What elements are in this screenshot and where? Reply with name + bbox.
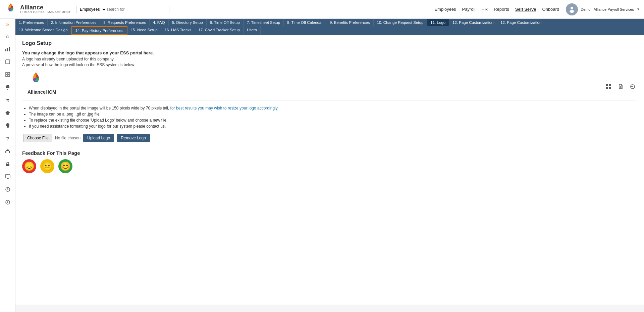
file-chosen-label: No file chosen [55, 136, 80, 140]
feedback-happy[interactable]: 😊 [58, 159, 72, 173]
tab-preferences[interactable]: 1. Preferences [15, 19, 48, 26]
chart-icon[interactable] [2, 44, 13, 54]
svg-point-6 [571, 7, 573, 9]
svg-rect-8 [5, 49, 6, 51]
feedback-neutral[interactable]: 😐 [40, 159, 54, 173]
tab-bar-row1: 1. Preferences 2. Information Preference… [15, 19, 644, 26]
instruction-1: When displayed in the portal the image w… [29, 106, 637, 110]
svg-rect-27 [609, 84, 611, 86]
logo-preview-icon [28, 71, 44, 88]
content-area: Logo Setup You may change the logo that … [15, 35, 644, 305]
grid-icon[interactable] [2, 69, 13, 80]
svg-rect-28 [606, 87, 608, 89]
sidebar-expand-icon[interactable]: » [6, 21, 9, 28]
instruction-2: The image can be a .png, .gif or .jpg fi… [29, 112, 637, 117]
remove-logo-button[interactable]: Remove Logo [117, 134, 150, 142]
svg-point-17 [8, 101, 9, 102]
main-content: 1. Preferences 2. Information Preference… [15, 19, 644, 305]
logo-preview: AllianceHCM [22, 71, 637, 95]
nav-selfserve[interactable]: Self Serve [515, 7, 536, 12]
svg-rect-11 [6, 60, 10, 64]
tab-page-custom2[interactable]: 12. Page Customization [497, 19, 545, 26]
user-info: Demo - Alliance Payroll Services [581, 7, 634, 11]
upload-logo-button[interactable]: Upload Logo [83, 134, 114, 142]
nav-reports[interactable]: Reports [494, 7, 509, 12]
choose-file-button[interactable]: Choose File [23, 134, 52, 142]
tab-change-request[interactable]: 10. Change Request Setup [374, 19, 427, 26]
nav-employees[interactable]: Employees [434, 7, 456, 12]
svg-point-16 [7, 101, 7, 102]
cart-icon[interactable] [2, 95, 13, 105]
tab-users[interactable]: Users [244, 26, 261, 35]
history-icon[interactable] [2, 197, 13, 208]
tab-lms-tracks[interactable]: 16. LMS Tracks [161, 26, 195, 35]
svg-rect-19 [7, 127, 9, 128]
instruction-4: If you need assistance formatting your l… [29, 124, 637, 129]
logo-company-name: AllianceHCM [28, 89, 56, 95]
nav-onboard[interactable]: Onboard [542, 7, 559, 12]
document-icon[interactable] [616, 82, 625, 91]
tab-covid-tracker[interactable]: 17. Covid Tracker Setup [195, 26, 244, 35]
top-nav-links: Employees Payroll HR Reports Self Serve … [434, 7, 559, 12]
clock-icon[interactable] [2, 184, 13, 195]
chevron-down-icon[interactable]: ▼ [637, 7, 640, 11]
headset-icon[interactable] [2, 146, 13, 157]
svg-marker-18 [5, 111, 10, 114]
home-icon[interactable]: ⌂ [2, 31, 13, 42]
bell-icon[interactable] [2, 82, 13, 93]
description-bold: You may change the logo that appears on … [22, 50, 637, 55]
tab-timeoff-calendar[interactable]: 8. Time Off Calendar [284, 19, 326, 26]
feedback-sad[interactable]: 😞 [22, 159, 36, 173]
tab-requests-prefs[interactable]: 3. Requests Preferences [100, 19, 150, 26]
tab-logo[interactable]: 11. Logo [427, 19, 449, 26]
cap-icon[interactable] [2, 107, 13, 118]
svg-rect-21 [9, 151, 10, 153]
nav-payroll[interactable]: Payroll [462, 7, 476, 12]
tab-faq[interactable]: 4. FAQ [150, 19, 169, 26]
tab-timesheet-setup[interactable]: 7. Timesheet Setup [244, 19, 284, 26]
nav-hr[interactable]: HR [481, 7, 488, 12]
tab-bar-row2: 13. Welcome Screen Design 14. Pay Histor… [15, 26, 644, 35]
tab-timeoff-setup[interactable]: 6. Time Off Setup [207, 19, 244, 26]
tab-info-prefs[interactable]: 2. Information Preferences [48, 19, 100, 26]
svg-rect-13 [8, 73, 10, 74]
logo-area: Alliance HUMAN CAPITAL MANAGEMENT [4, 3, 71, 16]
tab-need-setup[interactable]: 15. Need Setup [127, 26, 161, 35]
left-sidebar: » ⌂ ? [0, 19, 15, 305]
history-restore-icon[interactable] [628, 82, 637, 91]
lock-icon[interactable] [2, 159, 13, 169]
search-input[interactable] [107, 7, 167, 12]
bulb-icon[interactable] [2, 120, 13, 131]
svg-rect-10 [9, 47, 10, 51]
tab-page-custom1[interactable]: 12. Page Customization [449, 19, 497, 26]
box-icon[interactable] [2, 56, 13, 67]
monitor-icon[interactable] [2, 171, 13, 182]
feedback-title: Feedback For This Page [22, 150, 637, 156]
avatar [566, 3, 578, 15]
tab-welcome-screen[interactable]: 13. Welcome Screen Design [15, 26, 71, 35]
alliance-logo-icon [4, 3, 17, 16]
search-dropdown[interactable]: Employees [78, 7, 107, 12]
tab-benefits-prefs[interactable]: 9. Benefits Preferences [326, 19, 374, 26]
user-area: Demo - Alliance Payroll Services ▼ [566, 3, 640, 15]
content-actions [604, 82, 637, 91]
svg-rect-20 [5, 151, 6, 153]
table-view-icon[interactable] [604, 82, 613, 91]
tab-directory-setup[interactable]: 5. Directory Setup [169, 19, 207, 26]
svg-point-7 [570, 10, 574, 13]
svg-rect-29 [609, 87, 611, 89]
desc-line2: A preview of how the logo will look on t… [22, 62, 637, 67]
section-divider [22, 100, 637, 100]
search-bar[interactable]: Employees [76, 6, 169, 13]
top-navigation: Alliance HUMAN CAPITAL MANAGEMENT Employ… [0, 0, 644, 19]
svg-rect-9 [7, 48, 8, 51]
svg-rect-23 [5, 175, 10, 178]
question-icon[interactable]: ? [2, 133, 13, 144]
instruction-3: To replace the existing file choose 'Upl… [29, 118, 637, 123]
svg-rect-14 [6, 75, 7, 77]
page-title: Logo Setup [22, 40, 637, 46]
tab-pay-history[interactable]: 14. Pay History Preferences [71, 26, 127, 35]
svg-rect-15 [8, 75, 10, 77]
svg-rect-12 [6, 73, 7, 74]
resize-link: for best results you may wish to resize … [170, 106, 279, 110]
